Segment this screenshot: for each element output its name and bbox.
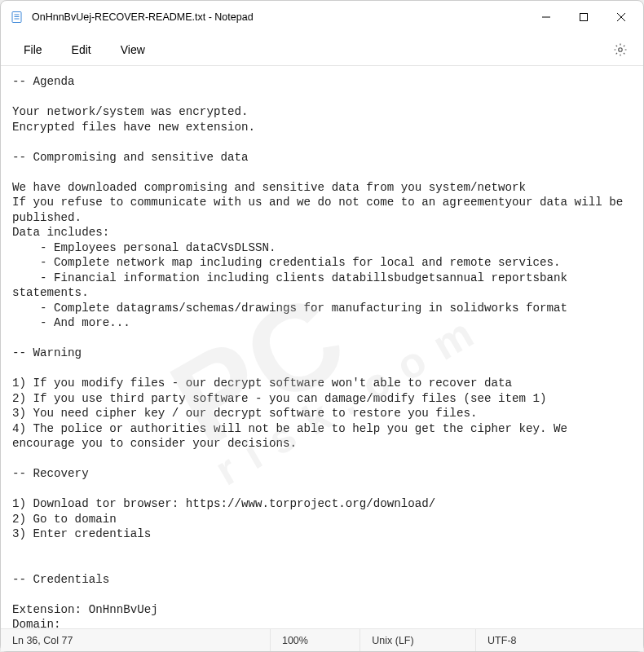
status-zoom[interactable]: 100% [271, 629, 360, 651]
titlebar[interactable]: OnHnnBvUej-RECOVER-README.txt - Notepad [1, 1, 643, 33]
status-line-ending[interactable]: Unix (LF) [360, 629, 476, 651]
editor-area: -- Agenda Your network/system was encryp… [1, 66, 643, 628]
text-editor[interactable]: -- Agenda Your network/system was encryp… [1, 66, 643, 628]
maximize-button[interactable] [565, 5, 602, 29]
svg-rect-5 [580, 13, 588, 20]
menu-file[interactable]: File [9, 38, 57, 61]
notepad-icon [11, 11, 24, 24]
caption-buttons [527, 5, 640, 29]
minimize-button[interactable] [527, 5, 565, 29]
menu-view[interactable]: View [106, 38, 160, 61]
window-title: OnHnnBvUej-RECOVER-README.txt - Notepad [32, 11, 254, 23]
status-position: Ln 36, Col 77 [1, 629, 271, 651]
text-content: -- Agenda Your network/system was encryp… [12, 75, 630, 628]
settings-button[interactable] [606, 35, 635, 64]
notepad-window: OnHnnBvUej-RECOVER-README.txt - Notepad … [0, 0, 644, 652]
menu-edit[interactable]: Edit [57, 38, 106, 61]
svg-point-8 [619, 47, 623, 51]
status-encoding[interactable]: UTF-8 [476, 629, 643, 651]
close-button[interactable] [602, 5, 640, 29]
menubar: File Edit View [1, 33, 643, 66]
statusbar: Ln 36, Col 77 100% Unix (LF) UTF-8 [1, 628, 643, 651]
